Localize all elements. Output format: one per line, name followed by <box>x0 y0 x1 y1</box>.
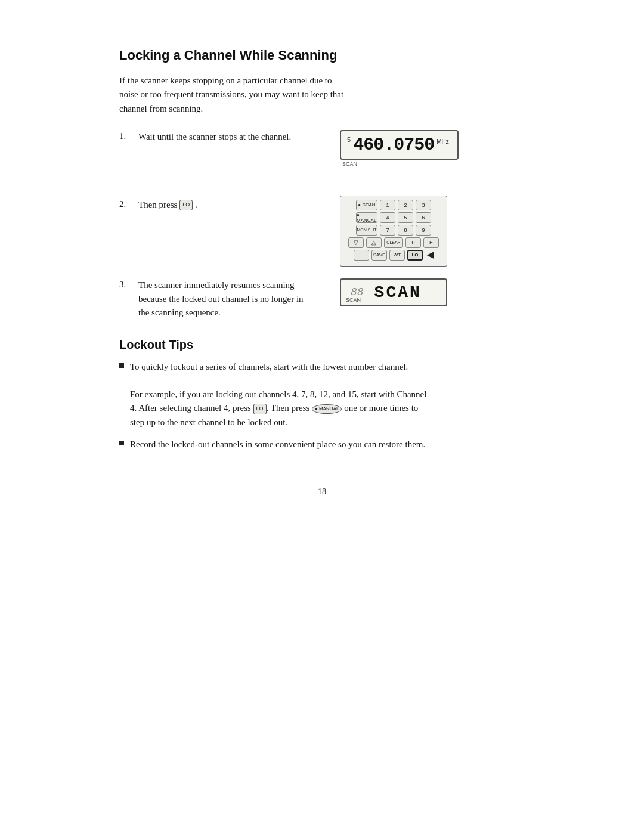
key-down: ▽ <box>348 237 364 248</box>
page-number: 18 <box>119 487 525 497</box>
keypad-row-1: ● SCAN 1 2 3 <box>345 200 442 210</box>
scan-display: 88 SCAN SCAN <box>340 278 447 306</box>
step-2-number: 2. <box>119 198 138 209</box>
scan-bottom-label: SCAN <box>346 297 361 303</box>
lo-key-example: LO <box>253 404 267 414</box>
channel-number: 5 <box>347 136 351 143</box>
key-9: 9 <box>416 225 431 236</box>
frequency-display: 5 460.0750 MHz <box>340 130 459 160</box>
lockout-bullet-2: Record the locked-out channels in some c… <box>119 438 525 451</box>
display-screen-1: 5 460.0750 MHz SCAN <box>340 130 459 167</box>
key-5: 5 <box>398 212 413 223</box>
key-4: 4 <box>380 212 395 223</box>
key-mon-slit: MON SLIT <box>356 225 377 236</box>
step-2-text: Then press LO . <box>138 198 311 212</box>
lockout-bullet-1-main: To quickly lockout a series of channels,… <box>130 362 408 371</box>
scan-label-top: SCAN <box>342 161 459 167</box>
lockout-bullet-list: To quickly lockout a series of channels,… <box>119 360 525 452</box>
step-3-row: 3. The scanner immediately resumes scann… <box>119 278 525 320</box>
step-2-row: 2. Then press LO . ● SCAN 1 2 3 <box>119 196 525 267</box>
key-up: △ <box>366 237 382 248</box>
keypad-row-2: ● MANUAL 4 5 6 <box>345 212 442 223</box>
key-1: 1 <box>380 200 395 210</box>
key-e: E <box>423 237 439 248</box>
step-1-number: 1. <box>119 130 138 141</box>
step-1-image: 5 460.0750 MHz SCAN <box>340 130 459 168</box>
bullet-icon-2 <box>119 441 124 445</box>
keypad-row-3: MON SLIT 7 8 9 <box>345 225 442 236</box>
keypad-diagram: ● SCAN 1 2 3 ● MANUAL 4 5 6 MON SLIT <box>340 196 447 267</box>
mhz-label: MHz <box>436 138 449 145</box>
key-clear: CLEAR <box>384 237 403 248</box>
key-2: 2 <box>398 200 413 210</box>
lockout-bullet-1: To quickly lockout a series of channels,… <box>119 360 525 429</box>
key-manual: ● MANUAL <box>356 212 377 223</box>
key-save: SAVE <box>371 250 387 261</box>
keypad-row-4: ▽ △ CLEAR 0 E <box>345 237 442 248</box>
key-dash: — <box>354 250 369 261</box>
step-1-row: 1. Wait until the scanner stops at the c… <box>119 130 525 184</box>
key-8: 8 <box>398 225 413 236</box>
lockout-bullet-1-content: To quickly lockout a series of channels,… <box>130 360 428 429</box>
steps-section: 1. Wait until the scanner stops at the c… <box>119 130 525 320</box>
bullet-icon-1 <box>119 363 124 368</box>
lockout-bullet-1-sub: For example, if you are locking out chan… <box>130 389 426 427</box>
lockout-title: Lockout Tips <box>119 338 525 352</box>
key-wt: WT <box>389 250 405 261</box>
key-scan: ● SCAN <box>356 200 377 210</box>
intro-text: If the scanner keeps stopping on a parti… <box>119 74 346 116</box>
manual-key-example: ● MANUAL <box>312 404 342 414</box>
keypad-row-5: — SAVE WT LO ◀ <box>345 250 442 261</box>
arrow-icon: ◀ <box>427 250 434 260</box>
step-3-number: 3. <box>119 278 138 290</box>
step-1-text: Wait until the scanner stops at the chan… <box>138 130 311 144</box>
key-0: 0 <box>405 237 421 248</box>
section-title: Locking a Channel While Scanning <box>119 48 525 63</box>
step-2-image: ● SCAN 1 2 3 ● MANUAL 4 5 6 MON SLIT <box>340 196 447 267</box>
lockout-section: Lockout Tips To quickly lockout a series… <box>119 338 525 452</box>
key-lo-highlighted: LO <box>407 250 423 261</box>
frequency-value: 460.0750 <box>353 135 434 155</box>
key-7: 7 <box>380 225 395 236</box>
step-3-text: The scanner immediately resumes scanning… <box>138 278 311 320</box>
key-3: 3 <box>416 200 431 210</box>
lo-key-inline: LO <box>179 200 193 210</box>
lockout-bullet-2-main: Record the locked-out channels in some c… <box>130 439 425 449</box>
lockout-bullet-2-content: Record the locked-out channels in some c… <box>130 438 425 451</box>
step-3-image: 88 SCAN SCAN <box>340 278 447 306</box>
scan-text: SCAN <box>374 283 422 302</box>
page: Locking a Channel While Scanning If the … <box>119 0 525 833</box>
key-6: 6 <box>416 212 431 223</box>
